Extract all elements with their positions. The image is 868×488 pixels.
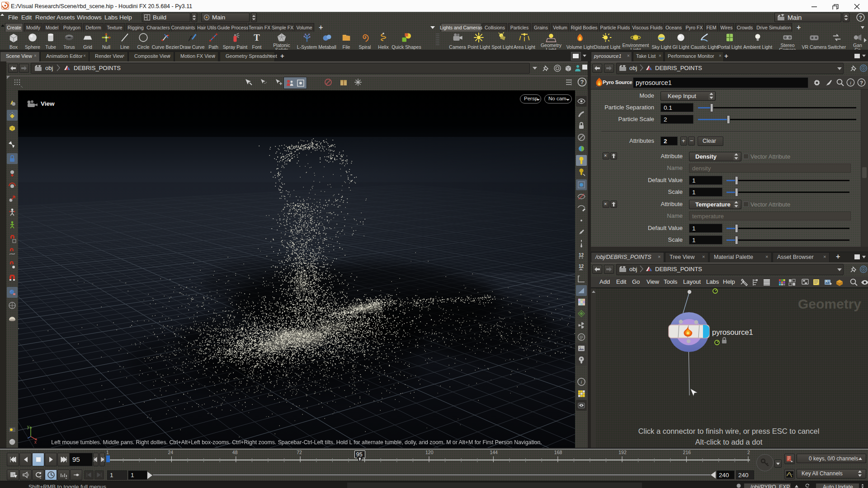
svg-text:12: 12 xyxy=(579,264,584,269)
svg-text:?: ? xyxy=(580,79,584,85)
svg-text:?: ? xyxy=(859,15,862,20)
svg-text:12: 12 xyxy=(579,253,584,258)
svg-text:?: ? xyxy=(860,80,863,85)
svg-text:y: y xyxy=(27,424,29,429)
svg-text:i: i xyxy=(580,379,582,385)
svg-text:i: i xyxy=(850,80,851,85)
svg-text:x: x xyxy=(34,440,37,445)
svg-text:pyrosource1: pyrosource1 xyxy=(712,328,753,336)
svg-text:T: T xyxy=(254,33,260,42)
